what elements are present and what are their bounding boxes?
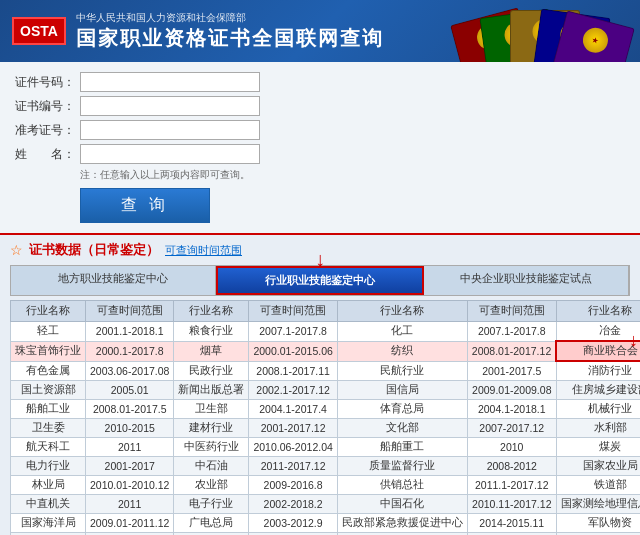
input-zhushuhao[interactable]: [80, 96, 260, 116]
osta-logo: OSTA: [12, 17, 66, 45]
input-zijenhao[interactable]: [80, 72, 260, 92]
table-cell: 2010: [467, 438, 556, 457]
table-cell: 2002-2018.2: [249, 495, 337, 514]
col-header-1: 行业名称: [11, 301, 86, 322]
table-cell: 广电总局: [174, 514, 249, 533]
section-header: ☆ 证书数据（日常鉴定） 可查询时间范围: [10, 241, 630, 259]
table-cell: 卫生委: [11, 419, 86, 438]
table-cell: 质量监督行业: [337, 457, 467, 476]
table-cell: 新闻出版总署: [174, 381, 249, 400]
tab-industry[interactable]: 行业职业技能鉴定中心: [216, 266, 424, 295]
form-row-2: 证书编号：: [15, 96, 625, 116]
table-cell: 2008.01-2017.12: [467, 341, 556, 361]
table-cell: 林业局: [11, 476, 86, 495]
tabs-row: 地方职业技能鉴定中心 行业职业技能鉴定中心 中央企业职业技能鉴定试点 ↓: [10, 265, 630, 296]
table-cell: 2009.01-2011.12: [86, 514, 174, 533]
table-cell: 中医药行业: [174, 438, 249, 457]
table-cell: 水利部: [556, 419, 640, 438]
table-cell: 农业部: [174, 476, 249, 495]
table-cell: 轻工: [11, 322, 86, 342]
page-header: OSTA 中华人民共和国人力资源和社会保障部 国家职业资格证书全国联网查询 ★ …: [0, 0, 640, 62]
col-header-7: 行业名称: [556, 301, 640, 322]
table-cell: 粮食行业: [174, 322, 249, 342]
table-cell: 2007-2017.12: [467, 419, 556, 438]
table-cell: 煤炭: [556, 438, 640, 457]
col-header-3: 行业名称: [174, 301, 249, 322]
table-row: 林业局2010.01-2010.12农业部2009-2016.8供销总社2011…: [11, 476, 641, 495]
table-cell: 2010.06-2012.04: [249, 438, 337, 457]
table-cell: 有色金属: [11, 361, 86, 381]
table-cell: 电力行业: [11, 457, 86, 476]
table-cell: 中直机关: [11, 495, 86, 514]
tab-local[interactable]: 地方职业技能鉴定中心: [11, 266, 216, 295]
table-row: 轻工2001.1-2018.1粮食行业2007.1-2017.8化工2007.1…: [11, 322, 641, 342]
table-cell: 纺织: [337, 341, 467, 361]
table-cell: 2008.1-2017.11: [249, 361, 337, 381]
input-xingming[interactable]: [80, 144, 260, 164]
table-row: 船舶工业2008.01-2017.5卫生部2004.1-2017.4体育总局20…: [11, 400, 641, 419]
input-zhuankaohao[interactable]: [80, 120, 260, 140]
table-cell: 卫生部: [174, 400, 249, 419]
col-header-5: 行业名称: [337, 301, 467, 322]
table-cell: 国家海洋局: [11, 514, 86, 533]
table-cell: 商业联合会: [556, 341, 640, 361]
table-cell: 2011: [86, 495, 174, 514]
table-cell: 2008-2012: [467, 457, 556, 476]
table-cell: 船舶工业: [11, 400, 86, 419]
table-cell: 船舶重工: [337, 438, 467, 457]
table-cell: 文化部: [337, 419, 467, 438]
table-cell: 2014-2015.11: [467, 514, 556, 533]
table-cell: 2010.11-2017.12: [467, 495, 556, 514]
table-cell: 国土资源部: [11, 381, 86, 400]
table-cell: 2002.1-2017.12: [249, 381, 337, 400]
header-subtitle: 中华人民共和国人力资源和社会保障部: [76, 11, 384, 25]
table-cell: 2001-2017.5: [467, 361, 556, 381]
table-cell: 航天科工: [11, 438, 86, 457]
table-cell: 2000.01-2015.06: [249, 341, 337, 361]
table-cell: 体育总局: [337, 400, 467, 419]
label-zhushuhao: 证书编号：: [15, 98, 75, 115]
table-cell: 电子行业: [174, 495, 249, 514]
form-row-4: 姓 名：: [15, 144, 625, 164]
table-cell: 建材行业: [174, 419, 249, 438]
table-row: 电力行业2001-2017中石油2011-2017.12质量监督行业2008-2…: [11, 457, 641, 476]
table-cell: 2001.1-2018.1: [86, 322, 174, 342]
data-table: 行业名称 可查时间范围 行业名称 可查时间范围 行业名称 可查时间范围 行业名称…: [10, 300, 640, 535]
table-cell: 冶金: [556, 322, 640, 342]
table-cell: 民政部紧急救援促进中心: [337, 514, 467, 533]
table-row: 有色金属2003.06-2017.08民政行业2008.1-2017.11民航行…: [11, 361, 641, 381]
table-cell: 民政行业: [174, 361, 249, 381]
table-cell: 2000.1-2017.8: [86, 341, 174, 361]
tab-central[interactable]: 中央企业职业技能鉴定试点: [424, 266, 629, 295]
table-cell: 供销总社: [337, 476, 467, 495]
table-cell: 2004.1-2017.4: [249, 400, 337, 419]
table-cell: 2011: [86, 438, 174, 457]
table-cell: 中石油: [174, 457, 249, 476]
table-cell: 国信局: [337, 381, 467, 400]
table-cell: 2010.01-2010.12: [86, 476, 174, 495]
col-header-6: 可查时间范围: [467, 301, 556, 322]
table-cell: 军队物资: [556, 514, 640, 533]
table-cell: 化工: [337, 322, 467, 342]
table-cell: 2011-2017.12: [249, 457, 337, 476]
table-cell: 2007.1-2017.8: [467, 322, 556, 342]
table-cell: 铁道部: [556, 476, 640, 495]
table-cell: 2010-2015: [86, 419, 174, 438]
search-button[interactable]: 查 询: [80, 188, 210, 223]
table-cell: 2009.01-2009.08: [467, 381, 556, 400]
table-cell: 民航行业: [337, 361, 467, 381]
table-cell: 2003.06-2017.08: [86, 361, 174, 381]
table-header-row: 行业名称 可查时间范围 行业名称 可查时间范围 行业名称 可查时间范围 行业名称…: [11, 301, 641, 322]
form-note: 注：任意输入以上两项内容即可查询。: [80, 168, 625, 182]
table-row: 卫生委2010-2015建材行业2001-2017.12文化部2007-2017…: [11, 419, 641, 438]
table-row: 航天科工2011中医药行业2010.06-2012.04船舶重工2010煤炭20…: [11, 438, 641, 457]
table-cell: 2007.1-2017.8: [249, 322, 337, 342]
table-row: 中直机关2011电子行业2002-2018.2中国石化2010.11-2017.…: [11, 495, 641, 514]
label-xingming: 姓 名：: [15, 146, 75, 163]
table-cell: 2008.01-2017.5: [86, 400, 174, 419]
cert-emblem-5: ★: [580, 25, 611, 56]
table-cell: 2004.1-2018.1: [467, 400, 556, 419]
section-link[interactable]: 可查询时间范围: [165, 243, 242, 258]
table-cell: 2011.1-2017.12: [467, 476, 556, 495]
label-zijenhao: 证件号码：: [15, 74, 75, 91]
